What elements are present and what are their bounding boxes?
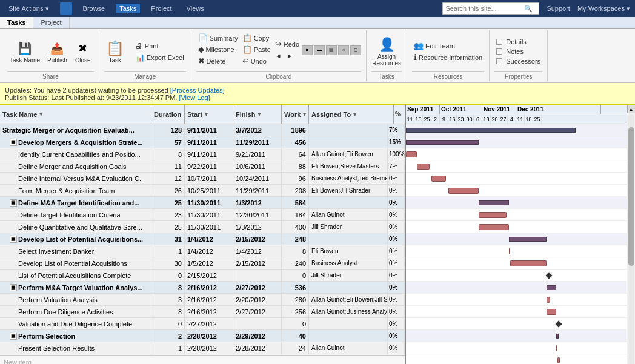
task-type-icon5[interactable]: ◻ (350, 45, 361, 55)
th-assigned[interactable]: Assigned To ▼ (309, 105, 394, 124)
table-row[interactable]: ▣Perform M&A Target Valuation Analys...8… (0, 282, 405, 294)
th-work[interactable]: Work ▼ (282, 105, 309, 124)
close-button[interactable]: ✖ Close (72, 39, 94, 65)
table-row[interactable]: ▣Define M&A Target Identification and...… (0, 197, 405, 209)
process-updates-link[interactable]: [Process Updates] (170, 87, 225, 94)
day-25a: 25 (423, 114, 431, 124)
table-row[interactable]: Perform Valuation Analysis32/16/20122/20… (0, 294, 405, 306)
table-row[interactable]: Identify Current Capabilities and Positi… (0, 148, 405, 160)
nav-browse[interactable]: Browse (79, 4, 109, 13)
gantt-milestone[interactable] (545, 272, 552, 279)
th-duration[interactable]: Duration ▼ (151, 105, 185, 124)
table-row[interactable]: Strategic Merger or Acquisition Evaluati… (0, 124, 405, 136)
milestone-button[interactable]: ◆ Milestone (196, 44, 240, 55)
tab-project[interactable]: Project (33, 17, 69, 28)
delete-button[interactable]: ✖ Delete (196, 56, 240, 66)
table-row[interactable]: Define Internal Versus M&A Evaluation C.… (0, 173, 405, 185)
task-button[interactable]: 📋 Task (104, 39, 126, 65)
table-row[interactable]: ▣Perform Selection22/28/20122/29/2012400… (0, 330, 405, 342)
table-row[interactable]: Define Merger and Acquisition Goals119/2… (0, 160, 405, 173)
gantt-task-bar[interactable] (510, 260, 547, 266)
table-row[interactable]: Define Target Identification Criteria231… (0, 209, 405, 221)
publish-button[interactable]: 📤 Publish (45, 39, 70, 65)
gantt-summary-bar[interactable] (509, 237, 547, 242)
gantt-summary-bar[interactable] (547, 285, 556, 290)
gantt-task-bar[interactable] (509, 248, 510, 254)
gantt-task-bar[interactable] (417, 164, 430, 170)
th-name[interactable]: Task Name ▼ (0, 105, 151, 124)
gantt-summary-bar[interactable] (556, 334, 559, 339)
gantt-task-bar[interactable] (557, 357, 560, 363)
expand-btn[interactable]: ▣ (10, 284, 17, 291)
print-button[interactable]: 🖨 Print (133, 41, 186, 51)
save-button[interactable]: 💾 Task Name (7, 39, 42, 65)
table-row[interactable]: List of Potential Acquisitions Complete0… (0, 270, 405, 282)
redo-button[interactable]: ↪ Redo (273, 39, 301, 49)
support-link[interactable]: Support (547, 5, 570, 13)
table-row[interactable]: ▣Develop Mergers & Acquisition Strate...… (0, 136, 405, 148)
table-row[interactable]: Present Selection Results12/28/20122/28/… (0, 342, 405, 354)
table-row[interactable]: Form Merger & Acquisition Team2610/25/20… (0, 185, 405, 197)
expand-btn[interactable]: ▣ (10, 333, 17, 340)
new-item-row[interactable]: New item (0, 355, 405, 364)
tasks-content: 👤 Assign Resources (371, 31, 402, 71)
gantt-task-bar[interactable] (406, 151, 417, 157)
table-row[interactable]: Perform Due Diligence Activities82/16/20… (0, 306, 405, 318)
gantt-task-bar[interactable] (479, 224, 509, 230)
nav-views[interactable]: Views (183, 4, 208, 13)
tab-tasks[interactable]: Tasks (0, 17, 33, 28)
edit-team-button[interactable]: 👥 Edit Team (412, 41, 484, 51)
expand-btn[interactable]: ▣ (10, 139, 17, 146)
resource-info-button[interactable]: ℹ Resource Information (412, 52, 484, 62)
gantt-task-bar[interactable] (556, 345, 557, 351)
site-actions-btn[interactable]: Site Actions ▾ (5, 4, 53, 14)
indent-left-button[interactable]: ◄ (273, 51, 284, 60)
indent-right-button[interactable]: ► (285, 51, 295, 60)
th-finish[interactable]: Finish ▼ (233, 105, 282, 124)
paste-button[interactable]: 📋 Paste (241, 44, 273, 55)
gantt-summary-bar[interactable] (479, 200, 509, 205)
gantt-summary-bar[interactable] (406, 128, 576, 133)
successors-button[interactable]: Successors (494, 57, 542, 65)
th-start[interactable]: Start ▼ (185, 105, 233, 124)
nav-project[interactable]: Project (147, 4, 175, 13)
search-icon[interactable]: 🔍 (524, 5, 533, 13)
vertical-scrollbar[interactable]: ▲ ▼ (627, 105, 635, 364)
notes-button[interactable]: Notes (494, 47, 542, 56)
gantt-task-bar[interactable] (431, 176, 446, 182)
table-row[interactable]: Develop List of Potential Acquisitions30… (0, 257, 405, 270)
task-type-icon3[interactable]: ▤ (326, 45, 337, 55)
cell-name: ▣Define M&A Target Identification and... (0, 197, 151, 208)
vscroll-thumb[interactable] (628, 127, 634, 266)
details-button[interactable]: Details (494, 38, 542, 46)
table-row[interactable]: ▣Develop List of Potential Acquisitions.… (0, 233, 405, 245)
gantt-summary-bar[interactable] (406, 140, 479, 145)
gantt-task-bar[interactable] (547, 309, 556, 315)
export-excel-button[interactable]: 📊 Export Excel (133, 52, 186, 62)
vscroll-up-btn[interactable]: ▲ (627, 105, 636, 113)
task-type-icon1[interactable]: ■ (302, 45, 313, 55)
table-row[interactable]: Define Quantitative and Qualitative Scre… (0, 221, 405, 233)
nav-tasks[interactable]: Tasks (116, 4, 140, 13)
summary-button[interactable]: 📄 Summary (196, 33, 240, 43)
expand-btn[interactable]: ▣ (10, 199, 17, 207)
day-30: 30 (465, 114, 474, 124)
gantt-task-bar[interactable] (448, 188, 479, 194)
table-row[interactable]: Valuation and Due Diligence Complete02/2… (0, 318, 405, 330)
gantt-task-bar[interactable] (479, 212, 507, 218)
th-pct[interactable]: % (394, 105, 406, 124)
gantt-task-bar[interactable] (547, 297, 550, 303)
table-row[interactable]: Select Investment Banker11/4/20121/4/201… (0, 245, 405, 257)
assign-resources-button[interactable]: 👤 Assign Resources (371, 35, 402, 68)
undo-button[interactable]: ↩ Undo (241, 56, 273, 66)
view-log-link[interactable]: [View Log] (179, 94, 210, 101)
day-6: 6 (474, 114, 482, 124)
task-type-icon4[interactable]: ○ (338, 45, 349, 55)
assign-icon: 👤 (378, 36, 395, 53)
my-workspaces-btn[interactable]: My Workspaces ▾ (577, 5, 630, 13)
search-input[interactable] (445, 5, 524, 12)
expand-btn[interactable]: ▣ (10, 236, 17, 243)
task-type-icon2[interactable]: ▬ (314, 45, 325, 55)
copy-button[interactable]: 📋 Copy (241, 33, 273, 43)
gantt-milestone[interactable] (555, 320, 562, 327)
